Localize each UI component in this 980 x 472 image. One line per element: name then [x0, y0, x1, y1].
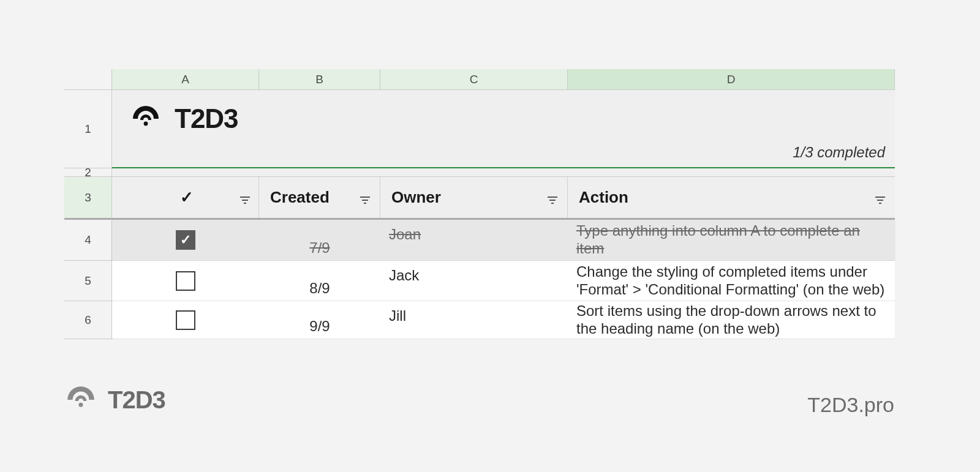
checkbox-unchecked-icon[interactable] [176, 310, 195, 330]
footer-brand-name: T2D3 [108, 386, 165, 414]
row-3: 3 ✓ Created Owner Action [64, 177, 895, 220]
brand-name: T2D3 [175, 103, 238, 134]
cell-created[interactable]: 7/9 [259, 220, 380, 260]
svg-point-0 [144, 122, 148, 126]
filter-icon[interactable] [546, 192, 559, 204]
spreadsheet: A B C D 1 T2D3 1/3 completed 2 [64, 69, 895, 339]
cell-check[interactable] [112, 261, 259, 301]
row-6: 6 9/9 Jill Sort items using the drop-dow… [64, 301, 895, 339]
table-row: 8/9 Jack Change the styling of completed… [112, 261, 895, 301]
cell-action[interactable]: Type anything into column A to complete … [568, 220, 895, 260]
filter-icon[interactable] [874, 192, 886, 204]
checkbox-checked-icon[interactable] [176, 230, 195, 250]
cell-action[interactable]: Change the styling of completed items un… [568, 261, 895, 301]
table-row: 9/9 Jill Sort items using the drop-down … [112, 301, 895, 339]
header-action[interactable]: Action [568, 177, 895, 218]
row-header-2[interactable]: 2 [64, 168, 112, 177]
header-owner-label: Owner [391, 188, 441, 207]
table-header-row: ✓ Created Owner Action [112, 177, 895, 220]
row-header-3[interactable]: 3 [64, 177, 112, 220]
column-header-A[interactable]: A [112, 69, 259, 89]
footer-url: T2D3.pro [807, 393, 894, 417]
brand: T2D3 [129, 102, 878, 135]
header-action-label: Action [579, 188, 628, 207]
row-2-cells[interactable] [112, 168, 895, 177]
cell-created[interactable]: 9/9 [259, 301, 380, 339]
header-created-label: Created [270, 188, 330, 207]
row-header-6[interactable]: 6 [64, 301, 112, 339]
header-check[interactable]: ✓ [112, 177, 259, 218]
cell-created[interactable]: 8/9 [259, 261, 380, 301]
row-2: 2 [64, 168, 895, 177]
column-header-C[interactable]: C [380, 69, 568, 89]
row-5: 5 8/9 Jack Change the styling of complet… [64, 261, 895, 301]
row-header-5[interactable]: 5 [64, 261, 112, 301]
svg-point-1 [78, 403, 83, 407]
filter-icon[interactable] [239, 192, 251, 204]
cell-owner[interactable]: Joan [380, 220, 568, 260]
header-check-label: ✓ [123, 188, 250, 207]
brand-logo-icon [129, 102, 162, 135]
row-header-1[interactable]: 1 [64, 90, 112, 168]
completed-summary: 1/3 completed [793, 144, 885, 161]
header-created[interactable]: Created [259, 177, 380, 218]
row-1: 1 T2D3 1/3 completed [64, 90, 895, 168]
footer-brand: T2D3 [64, 383, 165, 417]
cell-owner[interactable]: Jack [380, 261, 568, 301]
column-header-row: A B C D [64, 69, 895, 90]
brand-logo-icon [64, 383, 98, 417]
cell-check[interactable] [112, 220, 259, 260]
select-all-corner[interactable] [64, 69, 112, 89]
sheet-title-area[interactable]: T2D3 1/3 completed [112, 90, 895, 168]
cell-owner[interactable]: Jill [380, 301, 568, 339]
table-row: 7/9 Joan Type anything into column A to … [112, 220, 895, 261]
checkbox-unchecked-icon[interactable] [176, 271, 195, 291]
row-4: 4 7/9 Joan Type anything into column A t… [64, 220, 895, 261]
filter-icon[interactable] [359, 192, 371, 204]
cell-action[interactable]: Sort items using the drop-down arrows ne… [568, 301, 895, 339]
row-header-4[interactable]: 4 [64, 220, 112, 261]
cell-check[interactable] [112, 301, 259, 339]
column-header-D[interactable]: D [568, 69, 895, 89]
column-header-B[interactable]: B [259, 69, 380, 89]
header-owner[interactable]: Owner [380, 177, 568, 218]
